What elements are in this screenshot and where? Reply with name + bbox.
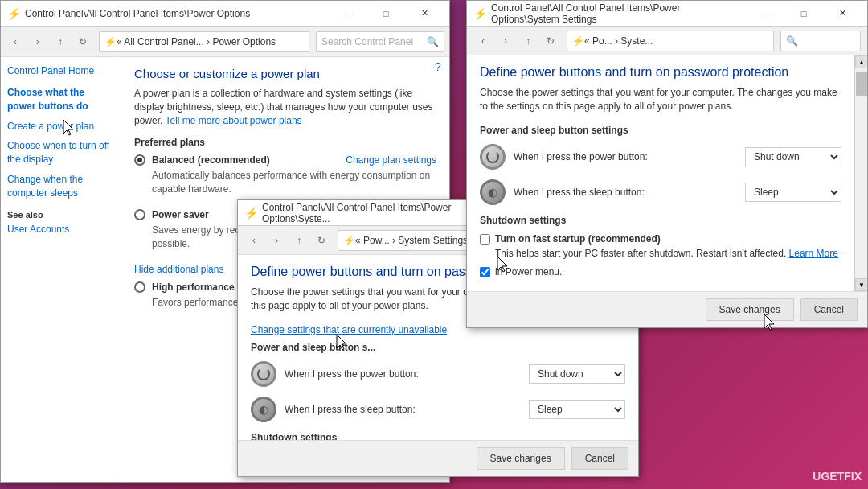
win1-search-box[interactable]: Search Control Panel 🔍 [316, 31, 444, 52]
win1-maximize-btn[interactable]: □ [367, 2, 404, 26]
win3-power-menu-row: in Power menu. [480, 265, 841, 279]
win3-search[interactable]: 🔍 [780, 31, 861, 51]
win3-refresh-icon: ↻ [547, 35, 555, 47]
win2-refresh-icon: ↻ [317, 235, 326, 246]
win1-back-btn[interactable]: ‹ [6, 32, 25, 51]
win1-tell-me-link[interactable]: Tell me more about power plans [165, 115, 301, 126]
win3-in-power-menu-text: in Power menu. [495, 266, 562, 277]
win1-help-btn[interactable]: ? [430, 59, 446, 75]
win3-power-sleep-label: Power and sleep button settings [480, 125, 841, 136]
win3-save-btn[interactable]: Save changes [706, 298, 794, 321]
win1-controls[interactable]: ─ □ ✕ [329, 2, 443, 26]
win3-main: Define power buttons and turn on passwor… [467, 55, 854, 291]
win3-power-menu-checkbox[interactable] [480, 267, 490, 277]
win1-up-btn[interactable]: ↑ [51, 32, 70, 51]
win2-back-icon: ‹ [252, 235, 256, 246]
preferred-plans-label: Preferred plans [134, 137, 436, 148]
win3-close-icon: ✕ [839, 8, 846, 18]
balanced-plan-desc: Automatically balances performance with … [152, 169, 436, 196]
win2-power-icon [251, 361, 276, 387]
win3-power-icon [480, 144, 506, 170]
up-icon: ↑ [58, 36, 63, 47]
win2-sleep-dropdown[interactable]: Sleep Hibernate Do nothing [529, 400, 625, 419]
win1-minimize-btn[interactable]: ─ [329, 2, 366, 26]
win1-refresh-btn[interactable]: ↻ [73, 32, 92, 51]
win2-up-icon: ↑ [297, 235, 301, 246]
logo-watermark: UGETFIX [813, 470, 862, 483]
win3-minimize-icon: ─ [762, 9, 768, 18]
win3-shutdown-label: Shutdown settings [480, 215, 841, 226]
balanced-plan-item: Balanced (recommended) Change plan setti… [134, 154, 436, 196]
win3-up-btn[interactable]: ↑ [518, 31, 538, 51]
search-placeholder: Search Control Panel [321, 36, 413, 47]
win3-close-btn[interactable]: ✕ [824, 2, 861, 26]
win2-power-sleep-label: Power and sleep button s... [251, 342, 625, 353]
sidebar-create-plan-link[interactable]: Create a power plan [7, 120, 114, 134]
win3-scroll-up-btn[interactable]: ▲ [855, 55, 867, 68]
win3-sleep-icon: ◐ [480, 179, 506, 205]
win2-up-btn[interactable]: ↑ [289, 231, 309, 250]
high-perf-radio[interactable] [134, 281, 145, 293]
win2-sleep-icon: ◐ [251, 397, 276, 422]
win3-back-btn[interactable]: ‹ [473, 31, 493, 51]
minimize-icon: ─ [344, 9, 350, 18]
win3-controls[interactable]: ─ □ ✕ [747, 2, 861, 26]
win3-fast-startup-label: Turn on fast startup (recommended) [495, 232, 838, 246]
win1-app-icon: ⚡ [7, 7, 20, 20]
win2-shutdown-label: Shutdown settings [251, 432, 625, 440]
balanced-change-link[interactable]: Change plan settings [346, 154, 436, 166]
win3-scroll-down-btn[interactable]: ▼ [855, 278, 867, 291]
win3-maximize-btn[interactable]: □ [785, 2, 822, 26]
power-saver-name: Power saver [152, 209, 209, 220]
win3-footer: Save changes Cancel [467, 291, 867, 327]
win2-sleep-button-row: ◐ When I press the sleep button: Sleep H… [251, 397, 625, 422]
win3-power-dropdown[interactable]: Shut down Sleep Hibernate Do nothing [745, 147, 841, 166]
sidebar-power-buttons-link[interactable]: Choose what the power buttons do [7, 86, 114, 113]
win3-sleep-dropdown[interactable]: Sleep Hibernate Do nothing [745, 183, 841, 202]
win1-forward-btn[interactable]: › [28, 32, 47, 51]
win3-nav-bar: ‹ › ↑ ↻ ⚡ « Po... › Syste... 🔍 [467, 27, 867, 55]
win2-back-btn[interactable]: ‹ [244, 231, 264, 250]
win1-close-btn[interactable]: ✕ [406, 2, 443, 26]
sidebar-computer-sleep-link[interactable]: Change when the computer sleeps [7, 173, 114, 200]
win2-forward-btn[interactable]: › [267, 231, 286, 250]
win1-sidebar: Control Panel Home Choose what the power… [1, 57, 121, 482]
win2-save-btn[interactable]: Save changes [477, 447, 565, 470]
win2-refresh-btn[interactable]: ↻ [312, 231, 331, 250]
win2-change-settings-link[interactable]: Change settings that are currently unava… [251, 324, 447, 335]
power-saver-radio[interactable] [134, 209, 145, 220]
win3-learn-more-link[interactable]: Learn More [789, 248, 838, 259]
high-perf-name: High performance [152, 281, 235, 293]
system-settings-window-front[interactable]: ⚡ Control Panel\All Control Panel Items\… [466, 0, 868, 328]
win2-power-button-row: When I press the power button: Shut down… [251, 361, 625, 387]
sidebar-turn-off-display-link[interactable]: Choose when to turn off the display [7, 139, 114, 166]
win2-sleep-label: When I press the sleep button: [285, 404, 521, 415]
win3-scroll-thumb[interactable] [856, 72, 867, 96]
win3-maximize-icon: □ [801, 9, 807, 18]
win3-scrollbar[interactable]: ▲ ▼ [854, 55, 867, 291]
win2-shutdown-section: Shutdown settings Turn on fast startup (… [251, 432, 625, 440]
win2-footer: Save changes Cancel [238, 440, 638, 476]
win1-section-title: Choose or customize a power plan [134, 67, 436, 80]
win2-app-icon: ⚡ [244, 207, 257, 220]
maximize-icon: □ [383, 9, 389, 18]
win2-forward-icon: › [275, 235, 278, 246]
win3-cancel-btn[interactable]: Cancel [800, 298, 858, 321]
sidebar-user-accounts-link[interactable]: User Accounts [7, 223, 114, 236]
win3-breadcrumb: ⚡ « Po... › Syste... [567, 31, 774, 51]
win3-refresh-btn[interactable]: ↻ [541, 31, 560, 51]
sidebar-home-link[interactable]: Control Panel Home [7, 65, 114, 76]
win1-title-bar: ⚡ Control Panel\All Control Panel Items\… [1, 1, 449, 27]
balanced-radio[interactable] [134, 154, 145, 166]
win3-sleep-button-row: ◐ When I press the sleep button: Sleep H… [480, 179, 841, 205]
win3-fast-startup-checkbox[interactable] [480, 234, 490, 244]
win3-power-button-row: When I press the power button: Shut down… [480, 144, 841, 170]
win3-up-icon: ↑ [526, 35, 530, 47]
win1-breadcrumb: ⚡ « All Control Panel... › Power Options [99, 31, 309, 52]
win3-minimize-btn[interactable]: ─ [747, 2, 784, 26]
sidebar-see-also-label: See also [7, 210, 114, 220]
win3-forward-btn[interactable]: › [496, 31, 515, 51]
win2-power-dropdown[interactable]: Shut down Sleep Hibernate Do nothing [529, 364, 625, 384]
win3-fast-startup-desc: This helps start your PC faster after sh… [495, 248, 786, 259]
win2-cancel-btn[interactable]: Cancel [571, 447, 628, 470]
